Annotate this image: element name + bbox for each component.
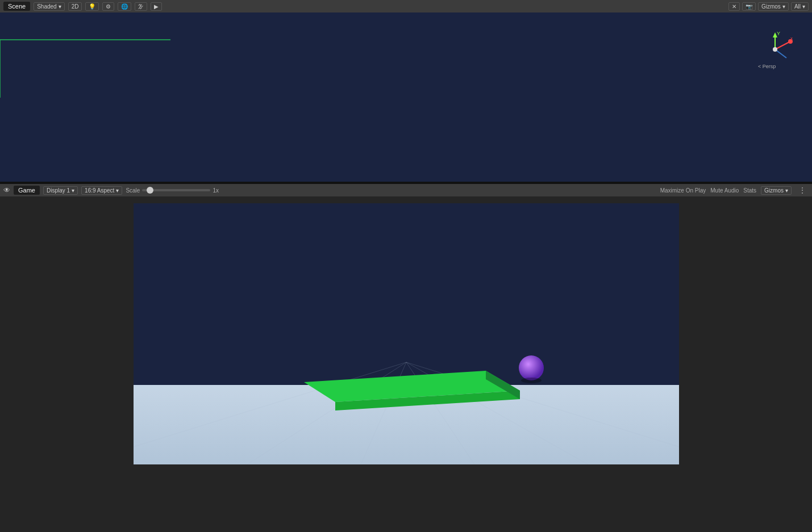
- scene-panel: Scene Shaded ▾ 2D 💡 ⚙ 🌐 🌫 ▶ ✕ 📷 Gizmos ▾…: [0, 0, 812, 182]
- chevron-icon: ▾: [72, 187, 74, 194]
- stats-label[interactable]: Stats: [743, 187, 756, 194]
- display-dropdown[interactable]: Display 1 ▾: [43, 186, 78, 195]
- svg-point-35: [773, 47, 777, 52]
- scene-viewport[interactable]: Y x < Persp: [0, 12, 812, 182]
- chevron-icon: ▾: [116, 187, 119, 194]
- more-options-icon[interactable]: ⋮: [796, 186, 809, 195]
- game-tab[interactable]: Game: [14, 186, 40, 195]
- scale-slider-container: Scale 1x: [126, 187, 219, 194]
- camera-tool[interactable]: 📷: [742, 2, 756, 11]
- maximize-on-play-label[interactable]: Maximize On Play: [660, 187, 706, 194]
- svg-point-48: [519, 355, 544, 380]
- all-layers-button[interactable]: All ▾: [791, 2, 809, 11]
- shading-dropdown[interactable]: Shaded ▾: [34, 2, 64, 11]
- svg-text:< Persp: < Persp: [758, 64, 776, 69]
- scale-track[interactable]: [142, 189, 210, 191]
- game-toolbar: 👁 Game Display 1 ▾ 16:9 Aspect ▾ Scale 1…: [0, 184, 812, 196]
- svg-text:x: x: [790, 36, 793, 41]
- gizmos-game-button[interactable]: Gizmos ▾: [761, 186, 792, 195]
- 2d-button[interactable]: 2D: [68, 2, 82, 11]
- scene-right-tools: ✕ 📷 Gizmos ▾ All ▾: [728, 2, 809, 11]
- svg-line-31: [775, 42, 789, 49]
- fx-icon-button[interactable]: ⚙: [102, 2, 114, 11]
- chevron-icon: ▾: [785, 187, 788, 194]
- scale-thumb[interactable]: [147, 187, 153, 194]
- game-viewport: [134, 203, 679, 464]
- gizmos-button[interactable]: Gizmos ▾: [758, 2, 789, 11]
- svg-text:Y: Y: [777, 31, 780, 36]
- lighting-icon-button[interactable]: 💡: [85, 2, 99, 11]
- cross-tool[interactable]: ✕: [728, 2, 740, 11]
- scene-tab[interactable]: Scene: [3, 2, 30, 11]
- svg-rect-19: [0, 40, 170, 98]
- game-tab-icon: 👁: [3, 186, 10, 194]
- chevron-icon: ▾: [59, 3, 61, 10]
- svg-point-49: [521, 378, 542, 383]
- fog-icon-button[interactable]: 🌫: [135, 2, 147, 11]
- scene-toolbar: Scene Shaded ▾ 2D 💡 ⚙ 🌐 🌫 ▶ ✕ 📷 Gizmos ▾…: [0, 0, 812, 12]
- skybox-icon-button[interactable]: 🌐: [118, 2, 131, 11]
- mute-audio-label[interactable]: Mute Audio: [710, 187, 739, 194]
- gizmo-widget: Y x < Persp: [755, 30, 795, 69]
- game-viewport-wrapper: [0, 196, 812, 532]
- chevron-icon: ▾: [802, 3, 805, 10]
- aspect-dropdown[interactable]: 16:9 Aspect ▾: [81, 186, 122, 195]
- game-toolbar-right: Maximize On Play Mute Audio Stats Gizmos…: [660, 186, 809, 195]
- chevron-icon: ▾: [782, 3, 785, 10]
- anim-icon-button[interactable]: ▶: [151, 2, 162, 11]
- game-panel: 👁 Game Display 1 ▾ 16:9 Aspect ▾ Scale 1…: [0, 184, 812, 532]
- scene-grid: [0, 12, 170, 98]
